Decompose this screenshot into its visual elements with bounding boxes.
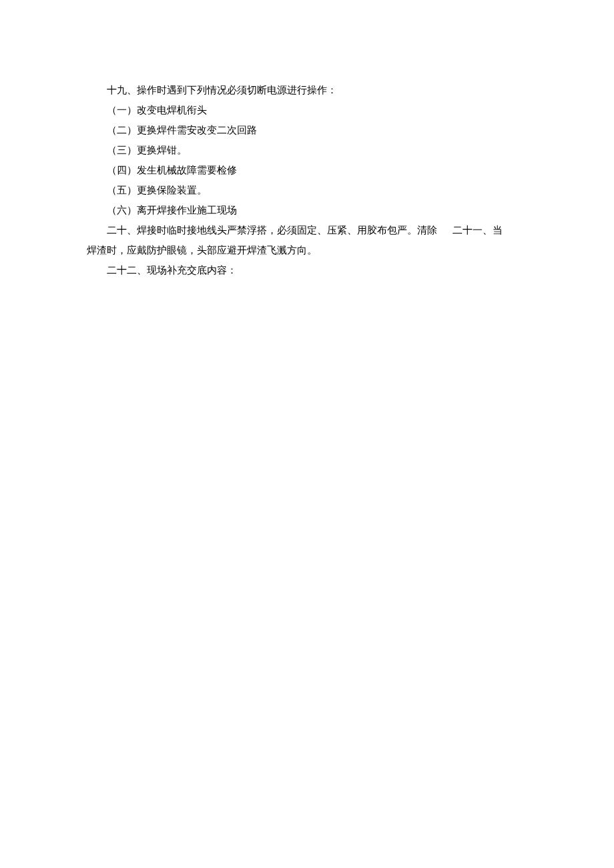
item-19-1: （一）改变电焊机衔头	[87, 100, 527, 120]
paragraph-19: 十九、操作时遇到下列情况必须切断电源进行操作：	[87, 80, 527, 100]
paragraph-20: 二十、焊接时临时接地线头严禁浮搭，必须固定、压紧、用胶布包严。清除二十一、当	[87, 220, 527, 240]
paragraph-21-start: 二十一、当	[452, 225, 503, 236]
item-19-4: （四）发生机械故障需要检修	[87, 160, 527, 180]
item-19-3: （三）更换焊钳。	[87, 140, 527, 160]
item-19-2: （二）更换焊件需安改变二次回路	[87, 120, 527, 140]
document-content: 十九、操作时遇到下列情况必须切断电源进行操作： （一）改变电焊机衔头 （二）更换…	[87, 80, 527, 280]
item-19-6: （六）离开焊接作业施工现场	[87, 200, 527, 220]
item-19-5: （五）更换保险装置。	[87, 180, 527, 200]
paragraph-22: 二十二、现场补充交底内容：	[87, 260, 527, 280]
paragraph-20-continuation: 焊渣时，应戴防护眼镜，头部应避开焊渣飞溅方向。	[87, 240, 527, 260]
paragraph-20-part1: 二十、焊接时临时接地线头严禁浮搭，必须固定、压紧、用胶布包严。清除	[107, 225, 437, 236]
